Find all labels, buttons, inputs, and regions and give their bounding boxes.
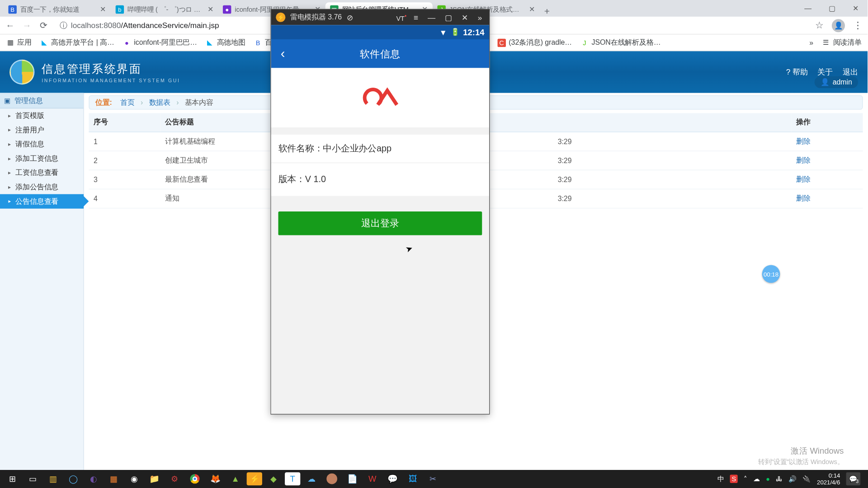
emulator-titlebar[interactable]: ⚡ 雷电模拟器 3.76 ⊘ VT• ≡ — ▢ ✕ »: [271, 9, 489, 25]
delete-link[interactable]: 删除: [791, 132, 863, 151]
apps-shortcut[interactable]: ▦应用: [6, 38, 32, 47]
onedrive-icon[interactable]: ☁: [753, 475, 760, 483]
bookmark-item[interactable]: ◣高德开放平台 | 高…: [40, 38, 114, 47]
user-badge[interactable]: 👤 admin: [815, 76, 858, 88]
action-center-icon[interactable]: 💬3: [846, 472, 861, 485]
bookmark-icon: ◣: [205, 38, 213, 47]
snip-icon[interactable]: ✂: [424, 471, 442, 487]
sidebar-item-view-salary[interactable]: 工资信息查看: [0, 165, 84, 180]
task-view-icon[interactable]: ▭: [24, 471, 42, 487]
link-icon[interactable]: ⊘: [347, 13, 353, 22]
sogou-icon[interactable]: S: [730, 474, 738, 483]
site-info-icon[interactable]: ⓘ: [60, 20, 67, 31]
baidu-favicon: B: [8, 5, 16, 14]
new-tab-button[interactable]: +: [540, 6, 554, 17]
battery-icon[interactable]: 🔌: [802, 475, 811, 483]
ime-indicator[interactable]: 中: [717, 474, 724, 483]
sidebar-item-add-notice[interactable]: 添加公告信息: [0, 180, 84, 194]
firefox-icon[interactable]: 🦊: [206, 471, 224, 487]
breadcrumb-home[interactable]: 首页: [120, 97, 135, 107]
maximize-icon[interactable]: ▢: [443, 13, 454, 22]
profile-avatar-icon[interactable]: 👤: [832, 19, 845, 32]
wps-icon[interactable]: W: [363, 471, 382, 487]
notepad-icon[interactable]: 📄: [343, 471, 361, 487]
delete-link[interactable]: 删除: [791, 151, 863, 170]
browser-tab-1[interactable]: b 哔哩哔哩 ( ゜- ゜)つロ 干杯~-bil… ✕: [111, 2, 218, 17]
bookmark-star-icon[interactable]: ☆: [815, 19, 823, 31]
chrome-icon[interactable]: [186, 471, 204, 487]
baidu-netdisk-icon[interactable]: ☁: [303, 471, 321, 487]
avatar-icon[interactable]: [323, 471, 341, 487]
sidebar-item-register-user[interactable]: 注册用户: [0, 123, 84, 137]
settings-icon[interactable]: ⚙: [165, 471, 184, 487]
logout-button[interactable]: 退出登录: [278, 211, 482, 235]
volume-icon[interactable]: 🔊: [788, 475, 797, 483]
browser-tab-0[interactable]: B 百度一下，你就知道 ✕: [4, 2, 111, 17]
close-icon[interactable]: ✕: [529, 5, 535, 14]
android-studio-icon[interactable]: ◆: [264, 471, 283, 487]
minimize-icon[interactable]: —: [425, 13, 438, 22]
wechat-tray-icon[interactable]: ●: [766, 475, 770, 483]
delete-link[interactable]: 删除: [791, 170, 863, 189]
tab-title: 哔哩哔哩 ( ゜- ゜)つロ 干杯~-bil…: [127, 5, 204, 14]
app-title: 信息管理系统界面: [42, 61, 180, 76]
close-icon[interactable]: ✕: [459, 13, 471, 22]
steam-icon[interactable]: ◉: [125, 471, 143, 487]
sidebar-header: 管理信息: [0, 93, 84, 108]
app-icon[interactable]: ▲: [226, 471, 245, 487]
ldplayer-icon[interactable]: ⚡: [247, 472, 262, 485]
cortana-icon[interactable]: ◯: [64, 471, 82, 487]
col-no: 序号: [89, 113, 160, 132]
back-icon[interactable]: ‹: [281, 46, 285, 61]
sidebar-item-add-salary[interactable]: 添加工资信息: [0, 151, 84, 166]
eclipse-icon[interactable]: ◐: [85, 471, 103, 487]
explorer-icon[interactable]: ▥: [44, 471, 62, 487]
help-link[interactable]: ? 帮助: [786, 67, 808, 78]
wifi-icon: ▼: [439, 28, 447, 37]
emulator-window[interactable]: ⚡ 雷电模拟器 3.76 ⊘ VT• ≡ — ▢ ✕ » ▼ 🔋 12:14 ‹…: [270, 9, 490, 415]
bookmark-item[interactable]: C(32条消息) gradle…: [497, 38, 572, 47]
cell-no: 4: [89, 189, 160, 208]
chrome-menu-icon[interactable]: ⋮: [853, 19, 863, 31]
todesk-icon[interactable]: T: [285, 472, 300, 485]
start-button[interactable]: ⊞: [4, 471, 22, 487]
nav-back-icon[interactable]: ←: [5, 20, 16, 30]
network-icon[interactable]: 🖧: [776, 475, 782, 483]
taskbar-clock[interactable]: 0:14 2021/4/6: [817, 472, 840, 485]
reading-list-button[interactable]: ☰阅读清单: [822, 38, 862, 47]
photos-icon[interactable]: 🖼: [404, 471, 422, 487]
bookmark-item[interactable]: ◣高德地图: [205, 38, 245, 47]
cell-time: 3:29: [553, 170, 791, 189]
apps-icon: ▦: [6, 38, 14, 47]
delete-link[interactable]: 删除: [791, 189, 863, 208]
software-name-row: 软件名称：中小企业办公app: [271, 135, 489, 163]
bookmark-item[interactable]: ●iconfont-阿里巴巴…: [123, 38, 197, 47]
nav-reload-icon[interactable]: ⟳: [38, 20, 49, 31]
sidebar-item-leave-info[interactable]: 请假信息: [0, 137, 84, 151]
window-close-button[interactable]: ✕: [844, 0, 868, 17]
window-minimize-button[interactable]: —: [796, 0, 820, 17]
bookmark-item[interactable]: JJSON在线解析及格…: [580, 38, 661, 47]
breadcrumb-data-table[interactable]: 数据表: [149, 97, 170, 107]
cell-no: 3: [89, 170, 160, 189]
bookmark-icon: ●: [123, 38, 131, 47]
nav-forward-icon: →: [21, 20, 32, 30]
file-explorer-icon[interactable]: 📁: [146, 471, 164, 487]
sublime-icon[interactable]: ▦: [105, 471, 123, 487]
windows-taskbar: ⊞ ▭ ▥ ◯ ◐ ▦ ◉ 📁 ⚙ 🦊 ▲ ⚡ ◆ T ☁ 📄 W 💬 🖼 ✂ …: [0, 470, 868, 488]
close-icon[interactable]: ✕: [100, 5, 106, 14]
user-name: admin: [833, 78, 852, 86]
bookmark-overflow-icon[interactable]: »: [809, 38, 813, 47]
wechat-icon[interactable]: 💬: [384, 471, 402, 487]
app-subtitle: INFORMATION MANAGEMENT SYSTEM GUI: [42, 78, 180, 83]
menu-icon[interactable]: ≡: [411, 13, 421, 22]
cell-no: 2: [89, 151, 160, 170]
tray-overflow-icon[interactable]: ˄: [744, 475, 747, 483]
expand-icon[interactable]: »: [475, 13, 484, 22]
close-icon[interactable]: ✕: [208, 5, 213, 14]
window-maximize-button[interactable]: ▢: [820, 0, 844, 17]
emulator-window-title: 雷电模拟器 3.76: [290, 12, 342, 22]
sidebar-item-view-notice[interactable]: 公告信息查看: [0, 194, 84, 209]
sidebar-item-home-template[interactable]: 首页模版: [0, 108, 84, 123]
cell-time: 3:29: [553, 132, 791, 151]
